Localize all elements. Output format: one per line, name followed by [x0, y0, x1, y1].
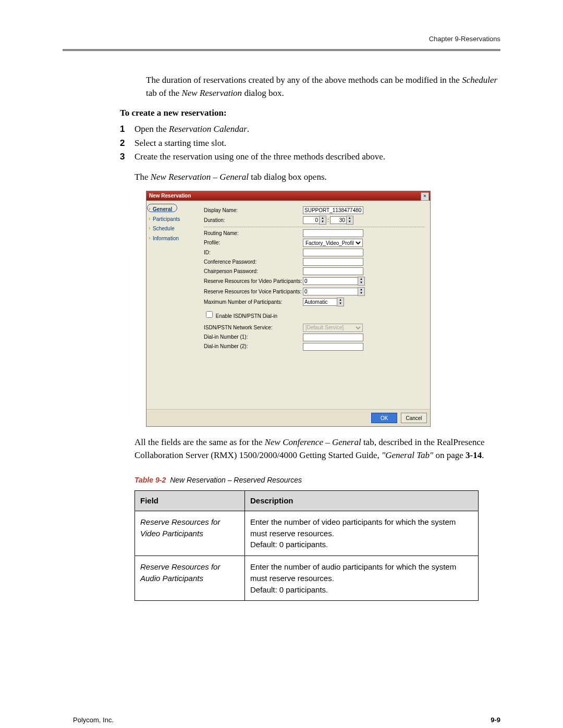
- label-duration: Duration:: [204, 217, 303, 225]
- spinner-icon[interactable]: ▲▼: [346, 216, 353, 225]
- step-num: 2: [120, 137, 134, 150]
- select-profile[interactable]: Factory_Video_Profile: [303, 239, 363, 247]
- nav-participants[interactable]: Participants: [149, 215, 197, 225]
- label-chair-pwd: Chairperson Password:: [204, 268, 303, 276]
- spinner-icon[interactable]: ▲▼: [358, 287, 365, 296]
- nav-general[interactable]: General: [149, 205, 197, 215]
- procedure-title: To create a new reservation:: [120, 107, 500, 120]
- dialog-nav: General Participants Schedule Informatio…: [146, 201, 199, 409]
- step-3: 3 Create the reservation using one of th…: [120, 151, 500, 164]
- close-icon[interactable]: ×: [421, 192, 429, 201]
- th-field: Field: [135, 491, 245, 511]
- cross-ref[interactable]: 3-14: [466, 450, 482, 460]
- spinner-icon[interactable]: ▲▼: [358, 277, 365, 286]
- label-res-video: Reserve Resources for Video Participants…: [204, 278, 303, 286]
- after-paragraph: All the fields are the same as for the N…: [134, 436, 500, 462]
- input-res-voice[interactable]: [303, 288, 358, 295]
- table-row: Reserve Resources for Video Participants…: [135, 511, 479, 556]
- dialog-title: New Reservation: [149, 193, 191, 199]
- dialog-form: Display Name: Duration: ▲▼ : ▲▼ Routing …: [199, 201, 430, 409]
- dialog-open-line: The New Reservation – General tab dialog…: [134, 171, 500, 184]
- input-chair-pwd[interactable]: [303, 267, 363, 275]
- label-res-voice: Reserve Resources for Voice Participants…: [204, 288, 303, 296]
- input-max-part[interactable]: [303, 298, 337, 306]
- input-routing-name[interactable]: [303, 229, 363, 237]
- label-dial1: Dial-in Number (1):: [204, 334, 303, 341]
- header-rule: [63, 49, 500, 51]
- table-caption-title: New Reservation – Reserved Resources: [170, 476, 302, 484]
- intro-text-3: dialog box.: [242, 88, 284, 98]
- separator: [204, 227, 425, 227]
- input-display-name[interactable]: [303, 206, 363, 214]
- checkbox-enable-isdn[interactable]: Enable ISDN/PSTN Dial-in: [204, 310, 425, 320]
- step-num: 1: [120, 123, 134, 136]
- label-isdn-svc: ISDN/PSTN Network Service:: [204, 324, 303, 332]
- label-max-part: Maximum Number of Participants:: [204, 299, 303, 306]
- cell-field: Reserve Resources for Audio Participants: [135, 556, 245, 601]
- step-num: 3: [120, 151, 134, 164]
- table-caption: Table 9-2New Reservation – Reserved Reso…: [134, 475, 500, 485]
- intro-text: The duration of reservations created by …: [146, 75, 462, 85]
- intro-text-2: tab of the: [146, 88, 181, 98]
- resources-table: Field Description Reserve Resources for …: [134, 490, 479, 601]
- input-duration-h[interactable]: [303, 216, 320, 224]
- cancel-button[interactable]: Cancel: [401, 413, 427, 423]
- spinner-icon[interactable]: ▲▼: [319, 216, 326, 225]
- nav-information[interactable]: Information: [149, 234, 197, 244]
- input-dial2[interactable]: [303, 343, 363, 351]
- cell-field: Reserve Resources for Video Participants: [135, 511, 245, 556]
- label-routing-name: Routing Name:: [204, 230, 303, 238]
- dialog-button-row: OK Cancel: [146, 409, 430, 426]
- cell-desc: Enter the number of audio participants f…: [245, 556, 479, 601]
- page-footer: Polycom, Inc. 9-9: [73, 715, 500, 725]
- ok-button[interactable]: OK: [371, 413, 397, 423]
- footer-page: 9-9: [491, 715, 500, 725]
- input-dial1[interactable]: [303, 334, 363, 341]
- label-display-name: Display Name:: [204, 207, 303, 215]
- input-res-video[interactable]: [303, 277, 358, 285]
- intro-italic-2: New Reservation: [181, 88, 242, 98]
- intro-italic-1: Scheduler: [462, 75, 497, 85]
- table-row: Reserve Resources for Audio Participants…: [135, 556, 479, 601]
- dialog-titlebar[interactable]: New Reservation ×: [146, 191, 430, 201]
- step-2: 2 Select a starting time slot.: [120, 137, 500, 150]
- spinner-icon[interactable]: ▲▼: [337, 298, 344, 306]
- select-isdn-svc: [Default Service]: [303, 324, 363, 332]
- input-id[interactable]: [303, 249, 363, 256]
- checkbox-input[interactable]: [206, 311, 213, 318]
- step-1: 1 Open the Reservation Calendar.: [120, 123, 500, 136]
- label-conf-pwd: Conference Password:: [204, 258, 303, 266]
- label-dial2: Dial-in Number (2):: [204, 343, 303, 351]
- input-conf-pwd[interactable]: [303, 258, 363, 266]
- chapter-header: Chapter 9-Reservations: [429, 34, 500, 44]
- label-id: ID:: [204, 249, 303, 257]
- footer-company: Polycom, Inc.: [73, 715, 114, 725]
- input-duration-m[interactable]: [330, 216, 347, 224]
- cell-desc: Enter the number of video participants f…: [245, 511, 479, 556]
- th-desc: Description: [245, 491, 479, 511]
- label-profile: Profile:: [204, 239, 303, 247]
- nav-schedule[interactable]: Schedule: [149, 224, 197, 234]
- table-caption-label: Table 9-2: [134, 476, 166, 484]
- intro-paragraph: The duration of reservations created by …: [146, 74, 500, 100]
- new-reservation-dialog: New Reservation × General Participants S…: [146, 191, 431, 427]
